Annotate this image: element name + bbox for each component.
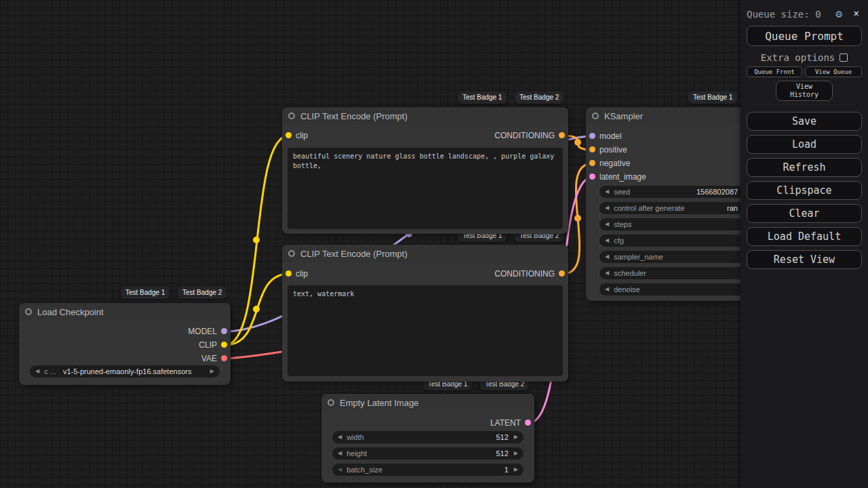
collapse-dot[interactable] — [328, 399, 334, 406]
widget-name: scheduler — [614, 269, 646, 277]
output-slot-clip[interactable] — [221, 342, 227, 348]
increment-icon[interactable]: ▶ — [514, 447, 518, 460]
input-label-latent-image: latent_image — [599, 172, 646, 182]
input-slot-model[interactable] — [589, 133, 595, 139]
reset-view-button[interactable]: Reset View — [747, 250, 862, 269]
view-history-button[interactable]: View History — [776, 81, 833, 101]
height-widget[interactable]: ◀ height 512 ▶ — [332, 447, 524, 460]
collapse-dot[interactable] — [288, 250, 295, 257]
widget-name: cfg — [614, 237, 624, 245]
clear-button[interactable]: Clear — [747, 204, 862, 223]
decrement-icon[interactable]: ◀ — [338, 431, 342, 443]
collapse-dot[interactable] — [592, 113, 599, 119]
queue-front-button[interactable]: Queue Front — [747, 66, 802, 77]
node-badge: Test Badge 1 — [688, 92, 737, 104]
widget-name: height — [347, 449, 367, 458]
widget-value: ran — [727, 204, 738, 212]
input-label-positive: positive — [599, 145, 627, 155]
collapse-dot[interactable] — [288, 113, 295, 119]
node-graph-canvas[interactable]: Test Badge 1 Test Badge 2 Test Badge 1 T… — [0, 0, 868, 488]
output-label-latent: LATENT — [490, 418, 521, 428]
output-slot-vae[interactable] — [221, 355, 227, 361]
decrement-icon[interactable]: ◀ — [605, 218, 609, 230]
input-slot-latent-image[interactable] — [589, 174, 595, 180]
decrement-icon[interactable]: ◀ — [605, 283, 609, 296]
widget-value: 512 — [496, 433, 508, 441]
decrement-icon[interactable]: ◀ — [35, 365, 39, 378]
node-empty-latent-image[interactable]: Empty Latent Image LATENT ◀ width 512 ▶ … — [321, 394, 534, 483]
widget-value: 512 — [496, 449, 508, 458]
node-title-bar[interactable]: CLIP Text Encode (Prompt) — [282, 245, 568, 262]
increment-icon[interactable]: ▶ — [514, 464, 518, 476]
node-title-bar[interactable]: Empty Latent Image — [321, 394, 534, 411]
output-label-model: MODEL — [188, 327, 217, 336]
input-slot-negative[interactable] — [589, 160, 595, 166]
widget-name: c ... — [44, 367, 56, 375]
widget-name: denoise — [614, 285, 640, 293]
widget-name: control after generate — [614, 204, 685, 212]
link-midpoint-dot[interactable] — [574, 139, 581, 146]
queue-prompt-button[interactable]: Queue Prompt — [747, 26, 862, 46]
node-clip-text-encode-negative[interactable]: CLIP Text Encode (Prompt) clip CONDITION… — [282, 245, 568, 382]
node-title-bar[interactable]: Load Checkpoint — [19, 303, 231, 321]
load-button[interactable]: Load — [747, 135, 862, 154]
settings-gear-icon[interactable]: ⚙ — [835, 7, 842, 20]
link-midpoint-dot[interactable] — [253, 306, 260, 312]
comfy-menu: Queue size: 0 ⚙ ✕ Queue Prompt Extra opt… — [741, 0, 868, 488]
link-midpoint-dot[interactable] — [574, 215, 581, 222]
extra-options-checkbox[interactable] — [840, 54, 848, 62]
increment-icon[interactable]: ▶ — [514, 431, 518, 443]
output-label-conditioning: CONDITIONING — [494, 131, 555, 140]
output-slot-conditioning[interactable] — [559, 270, 565, 277]
input-slot-clip[interactable] — [285, 270, 292, 277]
decrement-icon[interactable]: ◀ — [605, 202, 609, 214]
node-load-checkpoint[interactable]: Load Checkpoint MODEL CLIP VAE ◀ c ... v… — [19, 303, 231, 385]
output-slot-latent[interactable] — [525, 420, 531, 426]
decrement-icon[interactable]: ◀ — [338, 464, 342, 476]
view-queue-button[interactable]: View Queue — [805, 66, 862, 77]
widget-name: steps — [614, 220, 631, 228]
output-label-clip: CLIP — [199, 340, 217, 350]
output-label-vae: VAE — [201, 354, 217, 363]
ckpt-name-widget[interactable]: ◀ c ... v1-5-pruned-emaonly-fp16.safeten… — [30, 365, 220, 378]
widget-name: sampler_name — [614, 253, 663, 261]
width-widget[interactable]: ◀ width 512 ▶ — [332, 431, 524, 443]
link-midpoint-dot[interactable] — [253, 237, 260, 243]
widget-value: 1566802087 — [696, 188, 738, 196]
node-badge: Test Badge 2 — [178, 287, 226, 299]
input-label-clip: clip — [296, 269, 308, 279]
extra-options-row: Extra options — [741, 52, 868, 63]
decrement-icon[interactable]: ◀ — [605, 267, 609, 279]
input-slot-positive[interactable] — [589, 146, 595, 152]
load-default-button[interactable]: Load Default — [747, 227, 862, 246]
prompt-textarea[interactable]: text, watermark — [288, 285, 563, 376]
output-slot-model[interactable] — [221, 328, 227, 334]
node-badge: Test Badge 1 — [458, 92, 507, 104]
output-slot-conditioning[interactable] — [559, 132, 565, 138]
decrement-icon[interactable]: ◀ — [605, 186, 609, 198]
node-title-bar[interactable]: CLIP Text Encode (Prompt) — [282, 107, 568, 125]
decrement-icon[interactable]: ◀ — [605, 235, 609, 247]
increment-icon[interactable]: ▶ — [210, 365, 214, 378]
extra-options-label: Extra options — [761, 52, 835, 63]
refresh-button[interactable]: Refresh — [747, 158, 862, 177]
input-label-clip: clip — [296, 131, 308, 140]
node-clip-text-encode-positive[interactable]: CLIP Text Encode (Prompt) clip CONDITION… — [282, 107, 568, 234]
widget-name: seed — [614, 188, 630, 196]
close-icon[interactable]: ✕ — [854, 7, 859, 18]
widget-name: batch_size — [347, 466, 382, 474]
decrement-icon[interactable]: ◀ — [338, 447, 342, 460]
prompt-textarea[interactable]: beautiful scenery nature glass bottle la… — [288, 148, 563, 229]
node-title: CLIP Text Encode (Prompt) — [300, 111, 408, 121]
save-button[interactable]: Save — [747, 112, 862, 131]
clipspace-button[interactable]: Clipspace — [747, 181, 862, 200]
decrement-icon[interactable]: ◀ — [605, 251, 609, 263]
input-slot-clip[interactable] — [285, 132, 292, 138]
batch-size-widget[interactable]: ◀ batch_size 1 ▶ — [332, 464, 524, 476]
input-label-negative: negative — [599, 159, 630, 168]
node-title: KSampler — [604, 111, 643, 121]
node-title: Load Checkpoint — [37, 307, 104, 317]
collapse-dot[interactable] — [25, 308, 32, 315]
widget-value: v1-5-pruned-emaonly-fp16.safetensors — [63, 367, 192, 375]
app-root: Test Badge 1 Test Badge 2 Test Badge 1 T… — [0, 0, 868, 488]
